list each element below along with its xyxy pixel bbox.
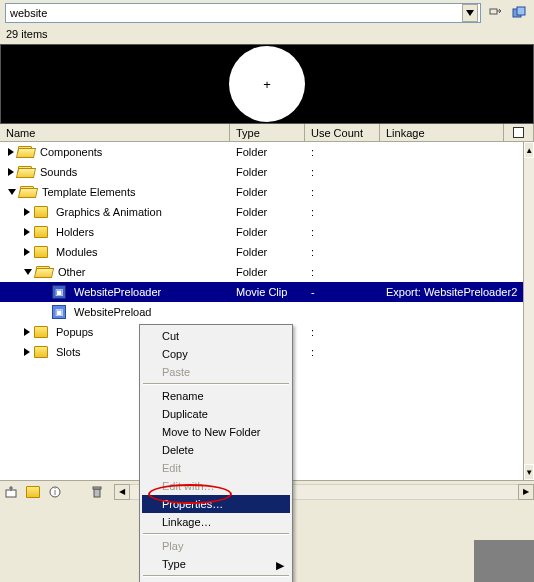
menu-rename[interactable]: Rename xyxy=(142,387,290,405)
column-header-row: Name Type Use Count Linkage xyxy=(0,124,534,142)
expand-right-icon[interactable] xyxy=(24,348,30,356)
cell-use-count: : xyxy=(305,346,380,358)
svg-rect-2 xyxy=(517,7,525,15)
folder-icon xyxy=(18,146,32,158)
vertical-scrollbar[interactable]: ▲ ▼ xyxy=(523,142,534,480)
table-row[interactable]: ModulesFolder: xyxy=(0,242,523,262)
table-row[interactable]: Template ElementsFolder: xyxy=(0,182,523,202)
table-row[interactable]: Graphics & AnimationFolder: xyxy=(0,202,523,222)
table-row[interactable]: ▣WebsitePreload xyxy=(0,302,523,322)
combobox-dropdown-button[interactable] xyxy=(462,4,478,22)
expand-right-icon[interactable] xyxy=(24,228,30,236)
column-type[interactable]: Type xyxy=(230,124,305,141)
cell-type: Folder xyxy=(230,186,305,198)
registration-mark: + xyxy=(263,77,271,92)
item-count-label: 29 items xyxy=(0,26,534,44)
cell-name: ▣WebsitePreload xyxy=(2,305,230,319)
menu-copy[interactable]: Copy xyxy=(142,345,290,363)
menu-type[interactable]: Type▶ xyxy=(142,555,290,573)
folder-icon xyxy=(36,266,50,278)
overflow-icon xyxy=(513,127,524,138)
cell-name: Sounds xyxy=(2,166,230,178)
library-preview: + xyxy=(0,44,534,124)
menu-delete[interactable]: Delete xyxy=(142,441,290,459)
menu-separator xyxy=(143,575,289,577)
pin-library-icon[interactable] xyxy=(485,3,505,23)
row-label: Other xyxy=(58,266,86,278)
cell-name: Holders xyxy=(2,226,230,238)
row-label: Graphics & Animation xyxy=(56,206,162,218)
expand-right-icon[interactable] xyxy=(24,208,30,216)
expand-down-icon[interactable] xyxy=(8,189,16,195)
scroll-left-button[interactable]: ◀ xyxy=(114,484,130,500)
expand-right-icon[interactable] xyxy=(8,148,14,156)
menu-separator xyxy=(143,533,289,535)
folder-icon xyxy=(34,226,48,238)
row-label: Holders xyxy=(56,226,94,238)
new-library-icon[interactable] xyxy=(509,3,529,23)
scroll-up-button[interactable]: ▲ xyxy=(524,142,534,158)
svg-rect-6 xyxy=(94,489,100,497)
menu-paste: Paste xyxy=(142,363,290,381)
row-label: Sounds xyxy=(40,166,77,178)
chevron-down-icon xyxy=(466,10,474,16)
folder-icon xyxy=(20,186,34,198)
row-label: WebsitePreloader xyxy=(74,286,161,298)
menu-type-label: Type xyxy=(162,558,186,570)
table-row[interactable]: SoundsFolder: xyxy=(0,162,523,182)
cell-name: ▣WebsitePreloader xyxy=(2,285,230,299)
cell-use-count: : xyxy=(305,266,380,278)
table-row[interactable]: OtherFolder: xyxy=(0,262,523,282)
expand-right-icon[interactable] xyxy=(24,328,30,336)
menu-duplicate[interactable]: Duplicate xyxy=(142,405,290,423)
menu-linkage[interactable]: Linkage… xyxy=(142,513,290,531)
table-row[interactable]: ComponentsFolder: xyxy=(0,142,523,162)
menu-cut[interactable]: Cut xyxy=(142,327,290,345)
search-combobox[interactable] xyxy=(5,3,481,23)
movieclip-icon: ▣ xyxy=(52,305,66,319)
menu-properties[interactable]: Properties… xyxy=(142,495,290,513)
row-label: WebsitePreload xyxy=(74,306,151,318)
cell-use-count: : xyxy=(305,166,380,178)
new-folder-button[interactable] xyxy=(23,483,43,501)
context-menu: Cut Copy Paste Rename Duplicate Move to … xyxy=(139,324,293,582)
column-overflow[interactable] xyxy=(504,124,534,141)
cell-use-count: : xyxy=(305,226,380,238)
cell-type: Folder xyxy=(230,246,305,258)
new-symbol-button[interactable] xyxy=(1,483,21,501)
cell-type: Folder xyxy=(230,226,305,238)
delete-button[interactable] xyxy=(87,483,107,501)
properties-button[interactable]: i xyxy=(45,483,65,501)
menu-play: Play xyxy=(142,537,290,555)
expand-down-icon[interactable] xyxy=(24,269,32,275)
column-linkage[interactable]: Linkage xyxy=(380,124,504,141)
movieclip-icon: ▣ xyxy=(52,285,66,299)
cell-type: Movie Clip xyxy=(230,286,305,298)
search-input[interactable] xyxy=(6,4,462,22)
menu-edit-with: Edit with… xyxy=(142,477,290,495)
cell-use-count: : xyxy=(305,186,380,198)
expand-right-icon[interactable] xyxy=(24,248,30,256)
library-toolbar xyxy=(0,0,534,26)
scroll-track[interactable] xyxy=(524,158,534,464)
cell-name: Graphics & Animation xyxy=(2,206,230,218)
menu-move[interactable]: Move to New Folder xyxy=(142,423,290,441)
cell-type: Folder xyxy=(230,146,305,158)
column-use-count[interactable]: Use Count xyxy=(305,124,380,141)
folder-icon xyxy=(34,326,48,338)
svg-text:i: i xyxy=(54,487,56,497)
table-row[interactable]: HoldersFolder: xyxy=(0,222,523,242)
folder-icon xyxy=(34,346,48,358)
table-row[interactable]: ▣WebsitePreloaderMovie Clip-Export: Webs… xyxy=(0,282,523,302)
cell-end: 2 xyxy=(511,286,523,298)
cell-name: Components xyxy=(2,146,230,158)
scroll-right-button[interactable]: ▶ xyxy=(518,484,534,500)
menu-separator xyxy=(143,383,289,385)
submenu-arrow-icon: ▶ xyxy=(276,559,284,572)
expand-right-icon[interactable] xyxy=(8,168,14,176)
svg-rect-0 xyxy=(490,9,497,14)
folder-icon xyxy=(26,486,40,498)
column-name[interactable]: Name xyxy=(0,124,230,141)
svg-rect-7 xyxy=(93,487,101,489)
scroll-down-button[interactable]: ▼ xyxy=(524,464,534,480)
